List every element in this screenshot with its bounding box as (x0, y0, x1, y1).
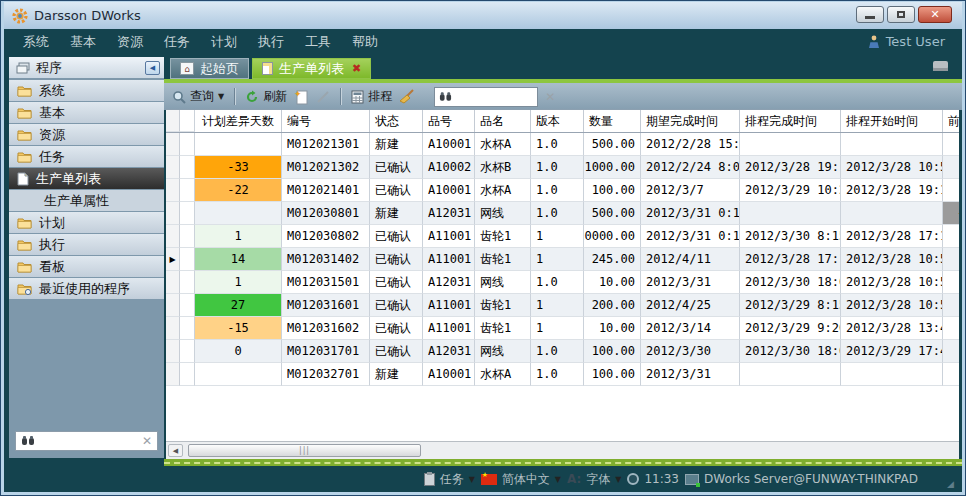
sidebar-item-5[interactable]: 生产单属性 (9, 190, 164, 211)
cell-sched_end[interactable] (740, 363, 841, 386)
sidebar-item-7[interactable]: 执行 (9, 234, 164, 255)
table-row[interactable]: M012032701新建A10001水杯A1.0100.002012/3/31 (166, 363, 959, 386)
cell-status[interactable]: 新建 (370, 202, 423, 225)
cell-status[interactable]: 已确认 (370, 271, 423, 294)
table-row[interactable]: ▶14M012031402已确认A11001齿轮11245.002012/4/1… (166, 248, 959, 271)
cell-qty[interactable]: 500.00 (584, 133, 641, 156)
cell-no[interactable]: M012021401 (282, 179, 370, 202)
table-row[interactable]: -15M012031602已确认A11001齿轮1110.002012/3/14… (166, 317, 959, 340)
cell-item_no[interactable]: A11001 (423, 225, 475, 248)
table-row[interactable]: -33M012021302已确认A10002水杯B1.01000.002012/… (166, 156, 959, 179)
cell-no[interactable]: M012021301 (282, 133, 370, 156)
cell-qty[interactable]: 1000.00 (584, 156, 641, 179)
cell-no[interactable]: M012031601 (282, 294, 370, 317)
cell-due[interactable]: 2012/3/31 (641, 271, 740, 294)
cell-sched_start[interactable] (841, 202, 943, 225)
cell-sched_end[interactable]: 2012/3/30 8:15 (740, 225, 841, 248)
current-row-arrow-icon[interactable]: ▶ (166, 248, 180, 271)
sidebar-item-2[interactable]: 资源 (9, 124, 164, 145)
cell-qty[interactable]: 10000.00 (584, 225, 641, 248)
cell-item_name[interactable]: 水杯A (475, 363, 531, 386)
column-header-5[interactable]: 版本 (531, 110, 584, 132)
column-header-7[interactable]: 期望完成时间 (641, 110, 740, 132)
table-row[interactable]: 1M012030802已确认A11001齿轮1110000.002012/3/3… (166, 225, 959, 248)
cell-qty[interactable]: 245.00 (584, 248, 641, 271)
cell-diff[interactable] (195, 363, 282, 386)
cell-item_name[interactable]: 齿轮1 (475, 225, 531, 248)
cell-sched_end[interactable]: 2012/3/29 9:20 (740, 317, 841, 340)
cell-diff[interactable]: -33 (195, 156, 282, 179)
sidebar-search-clear-icon[interactable]: ✕ (142, 434, 152, 448)
cell-sched_start[interactable]: 2012/3/28 10:52 (841, 294, 943, 317)
cell-extra[interactable]: # (943, 202, 959, 225)
menu-item-1[interactable]: 基本 (70, 33, 96, 51)
sidebar-item-9[interactable]: 最近使用的程序 (9, 278, 164, 299)
row-selector[interactable] (166, 340, 180, 363)
cell-qty[interactable]: 10.00 (584, 271, 641, 294)
new-button[interactable]: ✦ (294, 89, 309, 105)
cell-version[interactable]: 1.0 (531, 156, 584, 179)
tab-close-icon[interactable]: ✖ (352, 62, 361, 75)
cell-sched_start[interactable]: 2012/3/28 10:52 (841, 248, 943, 271)
cell-item_no[interactable]: A10002 (423, 156, 475, 179)
cell-extra[interactable] (943, 179, 959, 202)
cell-item_name[interactable]: 水杯A (475, 133, 531, 156)
cell-diff[interactable]: 14 (195, 248, 282, 271)
menu-item-0[interactable]: 系统 (23, 33, 49, 51)
sidebar-item-4[interactable]: 生产单列表 (9, 168, 164, 189)
column-header-8[interactable]: 排程完成时间 (740, 110, 841, 132)
cell-status[interactable]: 已确认 (370, 317, 423, 340)
tab-start-page[interactable]: ⌂ 起始页 (170, 58, 249, 79)
sidebar-item-1[interactable]: 基本 (9, 102, 164, 123)
cell-extra[interactable] (943, 133, 959, 156)
cell-version[interactable]: 1 (531, 317, 584, 340)
cell-status[interactable]: 已确认 (370, 225, 423, 248)
column-header-1[interactable]: 编号 (282, 110, 370, 132)
cell-item_name[interactable]: 齿轮1 (475, 248, 531, 271)
column-header-9[interactable]: 排程开始时间 (841, 110, 943, 132)
table-row[interactable]: 1M012031501已确认A12031网线1.010.002012/3/312… (166, 271, 959, 294)
cell-status[interactable]: 已确认 (370, 340, 423, 363)
table-row[interactable]: M012030801新建A12031网线1.0500.002012/3/31 0… (166, 202, 959, 225)
cell-qty[interactable]: 100.00 (584, 363, 641, 386)
cell-due[interactable]: 2012/2/24 8:00 (641, 156, 740, 179)
column-header-2[interactable]: 状态 (370, 110, 423, 132)
sidebar-item-0[interactable]: 系统 (9, 80, 164, 101)
language-menu[interactable]: 简体中文 ▼ (481, 471, 561, 488)
tab-production-order-list[interactable]: 生产单列表 ✖ (252, 58, 371, 79)
cell-version[interactable]: 1.0 (531, 271, 584, 294)
cell-sched_start[interactable]: 2012/3/28 13:40 (841, 317, 943, 340)
cell-extra[interactable] (943, 271, 959, 294)
sidebar-search-input[interactable] (40, 434, 137, 448)
cell-diff[interactable]: 1 (195, 271, 282, 294)
cell-status[interactable]: 已确认 (370, 294, 423, 317)
cell-item_no[interactable]: A10001 (423, 179, 475, 202)
cell-sched_end[interactable]: 2012/3/28 19:10 (740, 156, 841, 179)
cell-no[interactable]: M012031501 (282, 271, 370, 294)
cell-no[interactable]: M012031402 (282, 248, 370, 271)
cell-sched_end[interactable] (740, 202, 841, 225)
menu-item-2[interactable]: 资源 (117, 33, 143, 51)
toolbar-search-clear[interactable]: ✕ (545, 90, 555, 104)
cell-qty[interactable]: 100.00 (584, 179, 641, 202)
cell-sched_start[interactable]: 2012/3/28 10:52 (841, 271, 943, 294)
cell-version[interactable]: 1.0 (531, 340, 584, 363)
sidebar-item-8[interactable]: 看板 (9, 256, 164, 277)
cell-sched_start[interactable]: 2012/3/28 10:52 (841, 156, 943, 179)
scrollbar-thumb[interactable]: ||| (188, 444, 421, 457)
row-selector[interactable] (166, 294, 180, 317)
cell-sched_end[interactable]: 2012/3/30 18:00 (740, 271, 841, 294)
refresh-button[interactable]: 刷新 (245, 88, 287, 105)
cell-sched_start[interactable] (841, 363, 943, 386)
column-header-4[interactable]: 品名 (475, 110, 531, 132)
cell-status[interactable]: 已确认 (370, 248, 423, 271)
cell-qty[interactable]: 100.00 (584, 340, 641, 363)
row-selector[interactable] (166, 225, 180, 248)
sidebar-collapse-button[interactable]: ◀ (145, 61, 160, 75)
cell-diff[interactable] (195, 202, 282, 225)
cell-item_name[interactable]: 水杯B (475, 156, 531, 179)
cell-sched_end[interactable]: 2012/3/28 17:13 (740, 248, 841, 271)
cell-no[interactable]: M012030801 (282, 202, 370, 225)
close-button[interactable]: ✕ (918, 6, 952, 23)
row-selector[interactable] (166, 133, 180, 156)
